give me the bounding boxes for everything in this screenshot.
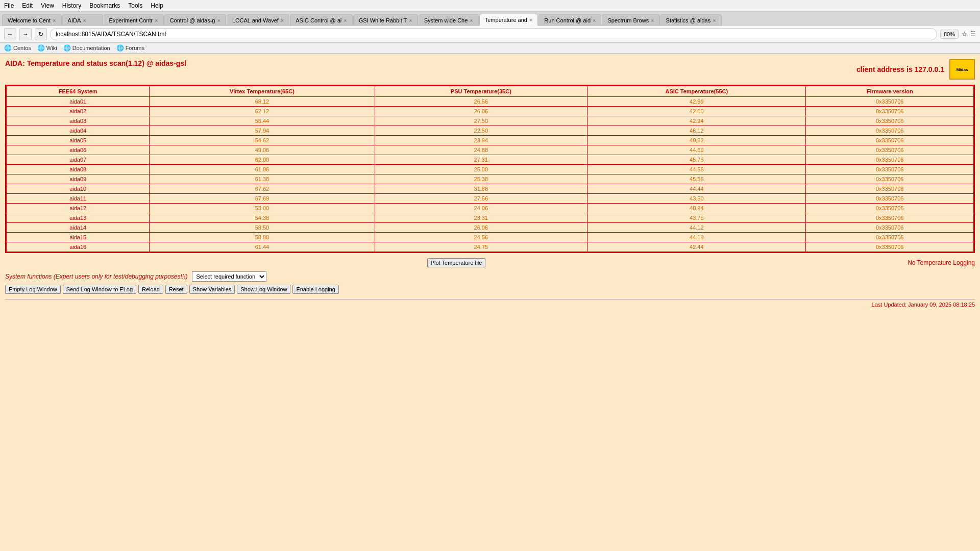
cell-system: aida12 [7,204,150,213]
cell-system: aida01 [7,97,150,107]
reload-ctrl-button[interactable]: Reload [138,285,163,294]
tab-local-wavef[interactable]: LOCAL and Wavef × [227,14,289,26]
cell-value: 0x3350706 [806,136,974,145]
show-variables-button[interactable]: Show Variables [189,285,235,294]
empty-log-button[interactable]: Empty Log Window [5,285,61,294]
plot-temperature-button[interactable]: Plot Temperature file [427,258,486,267]
menu-history[interactable]: History [62,2,81,9]
tab-close[interactable]: × [713,17,716,23]
tab-system-check[interactable]: System wide Che × [419,14,479,26]
cell-value: 44.12 [587,223,806,233]
menu-file[interactable]: File [4,2,14,9]
cell-value: 53.00 [150,204,375,213]
cell-value: 0x3350706 [806,165,974,174]
cell-value: 58.88 [150,233,375,242]
system-functions-label: System functions (Expert users only for … [5,273,188,280]
tab-close[interactable]: × [53,17,56,23]
tab-close[interactable]: × [217,17,220,23]
tab-label: Spectrum Brows [607,17,649,23]
reload-button[interactable]: ↻ [35,28,47,40]
tab-label: Statistics @ aidas [666,17,711,23]
controls-section: Plot Temperature file No Temperature Log… [5,258,975,294]
table-row: aida0457.9422.5046.120x3350706 [7,126,974,136]
menu-tools[interactable]: Tools [128,2,142,9]
col-header-firmware: Firmware version [806,86,974,97]
cell-value: 61.38 [150,174,375,184]
cell-value: 26.06 [375,107,587,116]
table-row: aida1067.6231.8844.440x3350706 [7,184,974,194]
bookmark-forums[interactable]: 🌐 Forums [116,44,144,52]
bookmark-label: Centos [13,45,31,51]
table-row: aida0262.1226.0642.000x3350706 [7,107,974,116]
cell-value: 25.00 [375,165,587,174]
cell-value: 27.50 [375,116,587,126]
cell-value: 27.56 [375,194,587,204]
bookmark-label: Documentation [72,45,110,51]
tab-close[interactable]: × [155,17,158,23]
url-input[interactable] [50,28,937,40]
menu-view[interactable]: View [41,2,54,9]
tab-statistics[interactable]: Statistics @ aidas × [660,14,722,26]
tab-close[interactable]: × [593,17,596,23]
bookmark-centos[interactable]: 🌐 Centos [4,44,31,52]
tab-asic[interactable]: ASIC Control @ ai × [290,14,352,26]
tab-aida[interactable]: AIDA × [62,14,103,26]
tab-control-aidas[interactable]: Control @ aidas-g × [164,14,226,26]
cell-value: 22.50 [375,126,587,136]
bookmark-label: Wiki [46,45,57,51]
cell-value: 23.31 [375,213,587,223]
send-log-button[interactable]: Send Log Window to ELog [63,285,136,294]
function-select[interactable]: Select required function [192,271,266,282]
tab-close[interactable]: × [344,17,347,23]
cell-value: 23.94 [375,136,587,145]
buttons-row: Empty Log Window Send Log Window to ELog… [5,285,975,294]
tab-welcome[interactable]: Welcome to Cent × [2,14,62,26]
bookmark-documentation[interactable]: 🌐 Documentation [63,44,110,52]
tab-close[interactable]: × [470,17,473,23]
reset-button[interactable]: Reset [165,285,187,294]
cell-value: 0x3350706 [806,107,974,116]
bookmark-star-icon[interactable]: ☆ [962,31,967,38]
cell-value: 0x3350706 [806,126,974,136]
cell-system: aida15 [7,233,150,242]
table-row: aida1354.3823.3143.750x3350706 [7,213,974,223]
cell-value: 42.44 [587,242,806,252]
cell-value: 27.31 [375,155,587,165]
tab-label: Temperature and [485,17,527,23]
cell-value: 54.38 [150,213,375,223]
globe-icon: 🌐 [63,44,71,52]
forward-button[interactable]: → [19,28,32,40]
cell-value: 0x3350706 [806,223,974,233]
tab-close[interactable]: × [409,17,412,23]
menu-edit[interactable]: Edit [22,2,33,9]
cell-value: 40.62 [587,136,806,145]
tab-close[interactable]: × [281,17,284,23]
back-button[interactable]: ← [4,28,16,40]
tab-temperature[interactable]: Temperature and × [479,14,538,26]
cell-value: 24.06 [375,204,587,213]
menu-bookmarks[interactable]: Bookmarks [89,2,120,9]
cell-value: 24.56 [375,233,587,242]
menu-help[interactable]: Help [151,2,163,9]
cell-value: 25.38 [375,174,587,184]
table-row: aida0961.3825.3845.560x3350706 [7,174,974,184]
cell-system: aida09 [7,174,150,184]
tab-experiment[interactable]: Experiment Contr × [104,14,164,26]
cell-value: 0x3350706 [806,174,974,184]
show-log-button[interactable]: Show Log Window [237,285,290,294]
tab-spectrum[interactable]: Spectrum Brows × [602,14,659,26]
system-functions-row: System functions (Expert users only for … [5,271,975,282]
menu-icon[interactable]: ☰ [970,31,976,38]
cell-value: 0x3350706 [806,242,974,252]
cell-value: 42.94 [587,116,806,126]
tab-close[interactable]: × [651,17,654,23]
tab-close[interactable]: × [83,17,86,23]
tab-close[interactable]: × [529,17,532,23]
enable-logging-button[interactable]: Enable Logging [292,285,338,294]
bookmark-wiki[interactable]: 🌐 Wiki [37,44,57,52]
cell-value: 0x3350706 [806,213,974,223]
tab-gsi[interactable]: GSI White Rabbit T × [353,14,418,26]
cell-system: aida10 [7,184,150,194]
tab-run-control[interactable]: Run Control @ aid × [538,14,601,26]
cell-value: 0x3350706 [806,116,974,126]
